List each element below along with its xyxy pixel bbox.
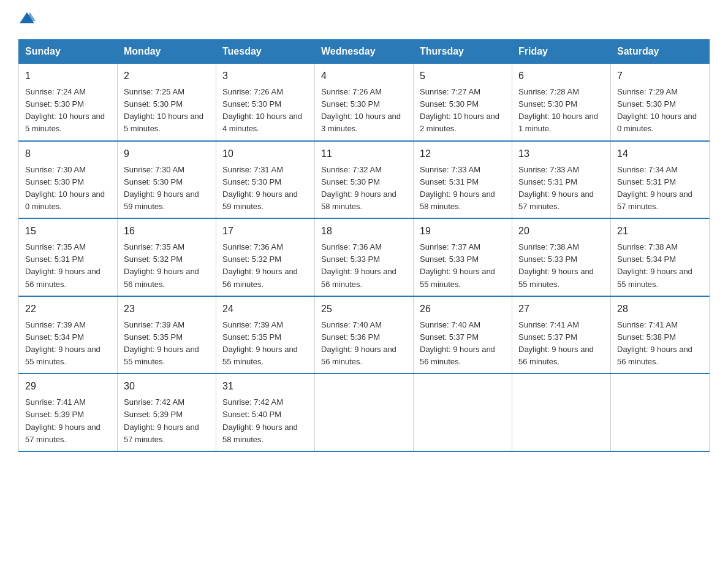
day-number: 18 [321, 224, 407, 239]
day-number: 14 [617, 147, 703, 161]
day-number: 12 [420, 147, 506, 161]
calendar-cell: 13Sunrise: 7:33 AMSunset: 5:31 PMDayligh… [512, 141, 611, 219]
calendar-week-row: 22Sunrise: 7:39 AMSunset: 5:34 PMDayligh… [19, 296, 710, 374]
day-number: 10 [222, 147, 308, 161]
col-header-saturday: Saturday [611, 40, 710, 64]
day-info: Sunrise: 7:27 AMSunset: 5:30 PMDaylight:… [420, 86, 506, 136]
day-info: Sunrise: 7:42 AMSunset: 5:40 PMDaylight:… [222, 396, 308, 446]
calendar-cell [512, 373, 611, 451]
calendar-cell: 16Sunrise: 7:35 AMSunset: 5:32 PMDayligh… [118, 218, 216, 296]
calendar-cell: 28Sunrise: 7:41 AMSunset: 5:38 PMDayligh… [611, 296, 710, 374]
day-info: Sunrise: 7:28 AMSunset: 5:30 PMDaylight:… [518, 86, 604, 136]
day-info: Sunrise: 7:24 AMSunset: 5:30 PMDaylight:… [25, 86, 111, 136]
day-number: 23 [124, 302, 210, 316]
day-info: Sunrise: 7:40 AMSunset: 5:36 PMDaylight:… [321, 319, 407, 369]
calendar-header-row: SundayMondayTuesdayWednesdayThursdayFrid… [19, 40, 710, 64]
day-number: 19 [420, 224, 506, 239]
day-info: Sunrise: 7:41 AMSunset: 5:39 PMDaylight:… [25, 396, 111, 446]
day-number: 25 [321, 302, 407, 316]
calendar-cell: 20Sunrise: 7:38 AMSunset: 5:33 PMDayligh… [512, 218, 611, 296]
day-number: 22 [25, 302, 111, 316]
day-number: 15 [25, 224, 111, 239]
calendar-cell: 17Sunrise: 7:36 AMSunset: 5:32 PMDayligh… [216, 218, 315, 296]
calendar-week-row: 29Sunrise: 7:41 AMSunset: 5:39 PMDayligh… [19, 373, 710, 451]
day-number: 9 [124, 147, 210, 161]
calendar-cell: 1Sunrise: 7:24 AMSunset: 5:30 PMDaylight… [19, 64, 118, 141]
day-number: 6 [518, 69, 604, 83]
day-info: Sunrise: 7:37 AMSunset: 5:33 PMDaylight:… [420, 241, 506, 291]
day-number: 21 [617, 224, 703, 239]
day-info: Sunrise: 7:36 AMSunset: 5:33 PMDaylight:… [321, 241, 407, 291]
logo-triangle-icon [18, 10, 36, 27]
calendar-cell: 19Sunrise: 7:37 AMSunset: 5:33 PMDayligh… [414, 218, 512, 296]
col-header-friday: Friday [512, 40, 611, 64]
col-header-sunday: Sunday [19, 40, 118, 64]
calendar-cell: 5Sunrise: 7:27 AMSunset: 5:30 PMDaylight… [414, 64, 512, 141]
day-number: 20 [518, 224, 604, 239]
calendar-cell: 11Sunrise: 7:32 AMSunset: 5:30 PMDayligh… [315, 141, 414, 219]
day-number: 24 [222, 302, 308, 316]
day-info: Sunrise: 7:30 AMSunset: 5:30 PMDaylight:… [25, 164, 111, 213]
calendar-cell: 9Sunrise: 7:30 AMSunset: 5:30 PMDaylight… [118, 141, 216, 219]
day-number: 13 [518, 147, 604, 161]
day-info: Sunrise: 7:32 AMSunset: 5:30 PMDaylight:… [321, 164, 407, 213]
day-number: 7 [617, 69, 703, 83]
day-info: Sunrise: 7:30 AMSunset: 5:30 PMDaylight:… [124, 164, 210, 213]
day-info: Sunrise: 7:33 AMSunset: 5:31 PMDaylight:… [518, 164, 604, 213]
calendar-cell: 27Sunrise: 7:41 AMSunset: 5:37 PMDayligh… [512, 296, 611, 374]
day-number: 28 [617, 302, 703, 316]
day-info: Sunrise: 7:38 AMSunset: 5:34 PMDaylight:… [617, 241, 703, 291]
day-number: 26 [420, 302, 506, 316]
page-header [18, 12, 710, 27]
calendar-cell: 3Sunrise: 7:26 AMSunset: 5:30 PMDaylight… [216, 64, 315, 141]
day-info: Sunrise: 7:34 AMSunset: 5:31 PMDaylight:… [617, 164, 703, 213]
calendar-cell: 21Sunrise: 7:38 AMSunset: 5:34 PMDayligh… [611, 218, 710, 296]
calendar-cell: 18Sunrise: 7:36 AMSunset: 5:33 PMDayligh… [315, 218, 414, 296]
col-header-wednesday: Wednesday [315, 40, 414, 64]
day-info: Sunrise: 7:26 AMSunset: 5:30 PMDaylight:… [321, 86, 407, 136]
calendar-week-row: 15Sunrise: 7:35 AMSunset: 5:31 PMDayligh… [19, 218, 710, 296]
calendar-cell: 26Sunrise: 7:40 AMSunset: 5:37 PMDayligh… [414, 296, 512, 374]
day-number: 16 [124, 224, 210, 239]
day-info: Sunrise: 7:35 AMSunset: 5:32 PMDaylight:… [124, 241, 210, 291]
day-info: Sunrise: 7:39 AMSunset: 5:34 PMDaylight:… [25, 319, 111, 369]
calendar-table: SundayMondayTuesdayWednesdayThursdayFrid… [18, 39, 710, 452]
calendar-cell: 30Sunrise: 7:42 AMSunset: 5:39 PMDayligh… [118, 373, 216, 451]
day-info: Sunrise: 7:26 AMSunset: 5:30 PMDaylight:… [222, 86, 308, 136]
calendar-cell: 25Sunrise: 7:40 AMSunset: 5:36 PMDayligh… [315, 296, 414, 374]
day-info: Sunrise: 7:42 AMSunset: 5:39 PMDaylight:… [124, 396, 210, 446]
logo [18, 12, 36, 27]
day-number: 8 [25, 147, 111, 161]
day-number: 1 [25, 69, 111, 83]
day-info: Sunrise: 7:25 AMSunset: 5:30 PMDaylight:… [124, 86, 210, 136]
day-info: Sunrise: 7:40 AMSunset: 5:37 PMDaylight:… [420, 319, 506, 369]
day-info: Sunrise: 7:39 AMSunset: 5:35 PMDaylight:… [222, 319, 308, 369]
calendar-cell [414, 373, 512, 451]
calendar-week-row: 1Sunrise: 7:24 AMSunset: 5:30 PMDaylight… [19, 64, 710, 141]
day-info: Sunrise: 7:41 AMSunset: 5:37 PMDaylight:… [518, 319, 604, 369]
day-info: Sunrise: 7:35 AMSunset: 5:31 PMDaylight:… [25, 241, 111, 291]
day-number: 31 [222, 379, 308, 394]
col-header-tuesday: Tuesday [216, 40, 315, 64]
day-number: 11 [321, 147, 407, 161]
day-number: 5 [420, 69, 506, 83]
day-number: 29 [25, 379, 111, 394]
day-info: Sunrise: 7:36 AMSunset: 5:32 PMDaylight:… [222, 241, 308, 291]
calendar-cell [611, 373, 710, 451]
day-info: Sunrise: 7:33 AMSunset: 5:31 PMDaylight:… [420, 164, 506, 213]
day-number: 30 [124, 379, 210, 394]
day-info: Sunrise: 7:39 AMSunset: 5:35 PMDaylight:… [124, 319, 210, 369]
calendar-cell: 14Sunrise: 7:34 AMSunset: 5:31 PMDayligh… [611, 141, 710, 219]
calendar-cell: 15Sunrise: 7:35 AMSunset: 5:31 PMDayligh… [19, 218, 118, 296]
col-header-monday: Monday [118, 40, 216, 64]
calendar-cell: 24Sunrise: 7:39 AMSunset: 5:35 PMDayligh… [216, 296, 315, 374]
calendar-cell: 2Sunrise: 7:25 AMSunset: 5:30 PMDaylight… [118, 64, 216, 141]
day-info: Sunrise: 7:29 AMSunset: 5:30 PMDaylight:… [617, 86, 703, 136]
calendar-cell [315, 373, 414, 451]
day-info: Sunrise: 7:38 AMSunset: 5:33 PMDaylight:… [518, 241, 604, 291]
day-number: 27 [518, 302, 604, 316]
day-info: Sunrise: 7:41 AMSunset: 5:38 PMDaylight:… [617, 319, 703, 369]
calendar-week-row: 8Sunrise: 7:30 AMSunset: 5:30 PMDaylight… [19, 141, 710, 219]
calendar-cell: 12Sunrise: 7:33 AMSunset: 5:31 PMDayligh… [414, 141, 512, 219]
day-number: 2 [124, 69, 210, 83]
